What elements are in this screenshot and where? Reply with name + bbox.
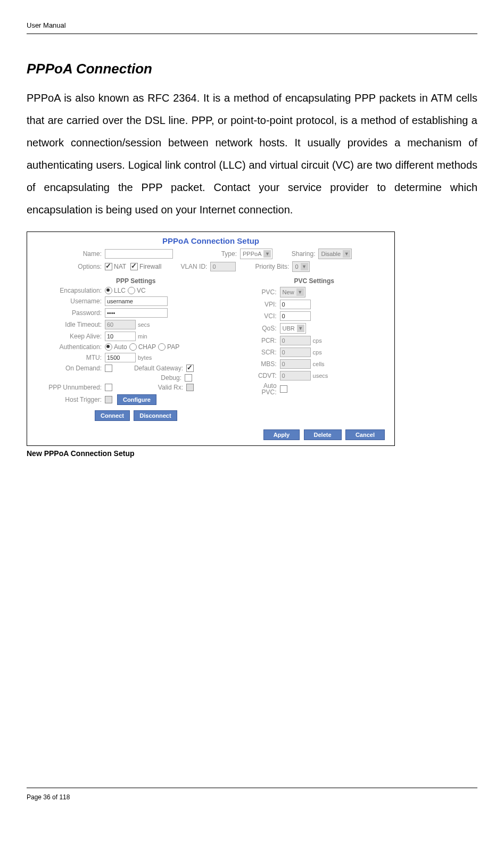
mbs-input: 0 [280, 359, 311, 369]
mbs-label: MBS: [239, 360, 280, 368]
auth-auto-label: Auto [114, 343, 127, 351]
chevron-down-icon: ▼ [343, 250, 350, 258]
cancel-button[interactable]: Cancel [345, 429, 385, 440]
connect-button[interactable]: Connect [95, 410, 130, 421]
cdvt-input: 0 [280, 371, 311, 380]
type-select[interactable]: PPPoA▼ [240, 249, 272, 259]
name-label: Name: [32, 250, 105, 258]
cdvt-label: CDVT: [239, 372, 280, 379]
vlan-label: VLAN ID: [161, 263, 210, 270]
auth-pap-label: PAP [167, 343, 179, 351]
priority-select: 0▼ [292, 261, 309, 272]
mtu-input[interactable]: 1500 [105, 353, 136, 362]
autopvc-label: Auto PVC: [239, 383, 280, 395]
mbs-unit: cells [313, 361, 325, 367]
idle-unit: secs [138, 321, 150, 328]
vlan-input: 0 [210, 262, 236, 271]
hosttrigger-label: Host Trigger: [32, 396, 105, 403]
encap-vc-label: VC [137, 287, 146, 294]
page-header: User Manual [27, 21, 477, 34]
configure-button[interactable]: Configure [117, 394, 156, 405]
autopvc-checkbox[interactable] [280, 385, 287, 393]
debug-checkbox[interactable] [185, 374, 192, 382]
type-label: Type: [173, 250, 240, 258]
pcr-label: PCR: [239, 337, 280, 344]
unnumbered-checkbox[interactable] [105, 384, 112, 391]
password-label: Password: [32, 309, 105, 317]
pvc-select[interactable]: New▼ [280, 287, 305, 297]
disconnect-button[interactable]: Disconnect [134, 410, 177, 421]
connection-setup-panel: PPPoA Connection Setup Name: Type: PPPoA… [27, 231, 395, 446]
sharing-label: Sharing: [272, 250, 318, 258]
pvc-heading: PVC Settings [239, 274, 389, 287]
name-input[interactable] [105, 249, 173, 259]
encap-llc-label: LLC [114, 287, 126, 294]
encap-vc-radio[interactable] [128, 287, 135, 294]
scr-label: SCR: [239, 349, 280, 356]
pcr-input: 0 [280, 336, 311, 345]
firewall-checkbox[interactable] [130, 263, 138, 270]
mtu-unit: bytes [138, 354, 152, 361]
cdvt-unit: usecs [313, 373, 328, 379]
username-label: Username: [32, 297, 105, 305]
auth-label: Authentication: [32, 343, 105, 351]
mtu-label: MTU: [32, 354, 105, 361]
keepalive-input[interactable]: 10 [105, 332, 136, 341]
pvc-label: PVC: [239, 288, 280, 296]
scr-input: 0 [280, 348, 311, 357]
validrx-label: Valid Rx: [114, 384, 186, 391]
ppp-heading: PPP Settings [32, 274, 239, 287]
pcr-unit: cps [313, 337, 322, 344]
unnumbered-label: PPP Unnumbered: [32, 384, 105, 391]
figure-caption: New PPPoA Connection Setup [27, 449, 477, 458]
vpi-label: VPI: [239, 301, 280, 308]
ondemand-checkbox[interactable] [105, 365, 112, 372]
priority-label: Priority Bits: [236, 263, 292, 270]
auth-chap-radio[interactable] [129, 343, 137, 351]
username-input[interactable]: username [105, 296, 168, 306]
idle-input: 60 [105, 320, 136, 329]
idle-label: Idle Timeout: [32, 321, 105, 328]
auth-pap-radio[interactable] [158, 343, 166, 351]
encap-label: Encapsulation: [32, 287, 105, 294]
nat-checkbox[interactable] [105, 263, 112, 270]
chevron-down-icon: ▼ [301, 263, 308, 270]
apply-button[interactable]: Apply [263, 429, 300, 440]
firewall-label: Firewall [139, 263, 161, 270]
delete-button[interactable]: Delete [304, 429, 342, 440]
keepalive-label: Keep Alive: [32, 333, 105, 340]
chevron-down-icon: ▼ [296, 288, 304, 296]
password-input[interactable]: •••• [105, 308, 168, 318]
chevron-down-icon: ▼ [297, 325, 304, 332]
validrx-checkbox [186, 384, 194, 391]
sharing-select: Disable▼ [318, 249, 352, 259]
nat-label: NAT [114, 263, 126, 270]
page-footer: Page 36 of 118 [27, 788, 477, 801]
defgw-checkbox[interactable] [186, 365, 194, 372]
encap-llc-radio[interactable] [105, 287, 112, 294]
vci-label: VCI: [239, 312, 280, 320]
panel-title: PPPoA Connection Setup [27, 232, 394, 249]
body-paragraph: PPPoA is also known as RFC 2364. It is a… [27, 87, 477, 221]
debug-label: Debug: [112, 374, 185, 382]
defgw-label: Default Gateway: [114, 365, 186, 372]
hosttrigger-checkbox [105, 396, 112, 403]
keepalive-unit: min [138, 333, 147, 340]
vci-input[interactable]: 0 [280, 311, 311, 321]
ondemand-label: On Demand: [32, 365, 105, 372]
auth-chap-label: CHAP [138, 343, 156, 351]
chevron-down-icon: ▼ [263, 250, 271, 258]
auth-auto-radio[interactable] [105, 343, 112, 351]
options-label: Options: [32, 263, 105, 270]
section-title: PPPoA Connection [27, 61, 477, 77]
qos-label: QoS: [239, 325, 280, 332]
vpi-input[interactable]: 0 [280, 300, 311, 309]
scr-unit: cps [313, 349, 322, 355]
qos-select[interactable]: UBR▼ [280, 323, 306, 334]
